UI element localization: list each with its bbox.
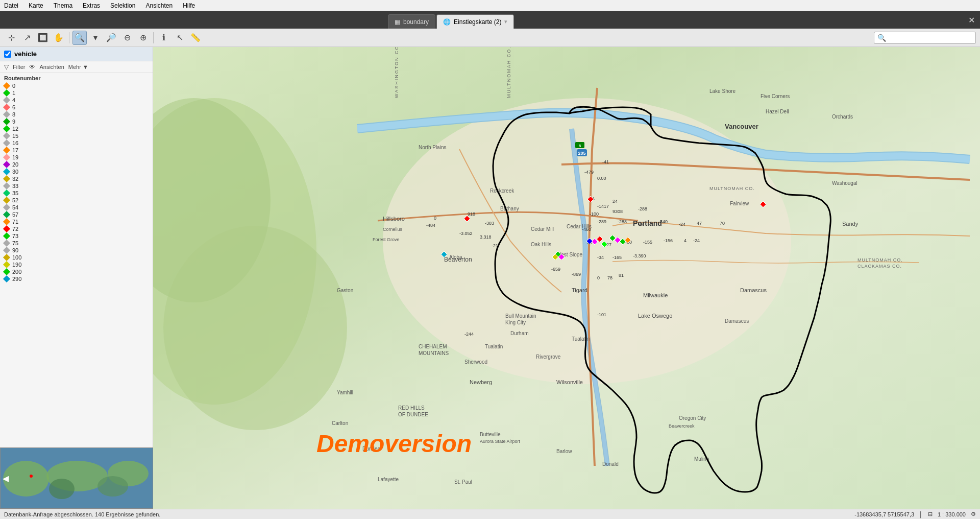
route-label-17: 17 [12,147,18,153]
svg-text:Donald: Donald [602,461,619,467]
svg-text:3,318: 3,318 [480,234,492,240]
svg-text:-34: -34 [597,255,604,260]
svg-text:Washougal: Washougal [832,180,857,186]
ansichten-icon: 👁 [29,63,35,70]
route-diamond-16 [3,139,10,147]
svg-text:5: 5 [579,144,581,148]
svg-text:Hillsboro: Hillsboro [383,216,405,222]
route-item-75[interactable]: 75 [0,240,153,247]
route-item-33[interactable]: 33 [0,182,153,190]
route-item-100[interactable]: 100 [0,254,153,261]
zoom-in-drop-button[interactable]: ▾ [88,31,103,45]
tab-close-icon[interactable]: ▾ [504,18,507,25]
settings-icon[interactable]: ⚙ [971,511,976,517]
route-item-290[interactable]: 290 [0,275,153,282]
route-item-19[interactable]: 19 [0,154,153,161]
zoom-out2-button[interactable]: ⊖ [120,31,134,45]
route-diamond-15 [3,132,10,139]
svg-text:Five Corners: Five Corners [761,93,790,99]
ansichten-label[interactable]: Ansichten [39,64,64,70]
route-diamond-1 [3,89,10,97]
route-item-0[interactable]: 0 [0,82,153,89]
menu-hilfe[interactable]: Hilfe [181,1,197,10]
select-arrow-button[interactable]: ↖ [173,31,187,45]
route-item-35[interactable]: 35 [0,190,153,197]
route-label-6: 6 [12,104,15,110]
svg-text:Tigard: Tigard [572,287,587,293]
map-area[interactable]: Portland Vancouver Beaverton Hillsboro T… [153,47,980,519]
main-content: vehicle ▽ Filter 👁 Ansichten Mehr ▼ Rout… [0,47,980,519]
svg-text:81: 81 [619,273,624,278]
identify-button[interactable]: 🔲 [36,31,50,45]
window-close-button[interactable]: ✕ [963,11,980,29]
zoom-out-button[interactable]: 🔎 [104,31,118,45]
route-item-17[interactable]: 17 [0,147,153,154]
svg-text:CHEHALEM: CHEHALEM [419,344,447,349]
mehr-label[interactable]: Mehr ▼ [68,64,88,70]
route-item-71[interactable]: 71 [0,218,153,225]
route-label-75: 75 [12,240,18,246]
route-item-1[interactable]: 1 [0,89,153,97]
info-button[interactable]: ℹ [157,31,171,45]
route-label-4: 4 [12,97,15,103]
route-item-72[interactable]: 72 [0,225,153,232]
route-item-52[interactable]: 52 [0,197,153,204]
search-input[interactable] [886,34,972,41]
route-diamond-35 [3,190,10,197]
menu-karte[interactable]: Karte [27,1,45,10]
route-item-200[interactable]: 200 [0,268,153,275]
filter-icon: ▽ [4,63,9,70]
menu-selektion[interactable]: Selektion [108,1,137,10]
measure-button[interactable]: 📏 [188,31,203,45]
svg-text:4: 4 [684,238,687,243]
menu-datei[interactable]: Datei [2,1,20,10]
tab-einstiegskarte[interactable]: 🌐 Einstiegskarte (2) ▾ [436,14,514,29]
route-item-20[interactable]: 20 [0,161,153,168]
menu-thema[interactable]: Thema [52,1,75,10]
route-diamond-54 [3,204,10,211]
route-item-8[interactable]: 8 [0,111,153,118]
svg-text:-484: -484 [426,223,435,228]
mini-map-arrow[interactable]: ◀ [3,474,9,483]
menu-ansichten[interactable]: Ansichten [143,1,175,10]
pan-button[interactable]: ↗ [20,31,34,45]
hand-button[interactable]: ✋ [52,31,66,45]
svg-text:-289: -289 [597,219,606,224]
tab-boundary[interactable]: ▦ boundary [388,14,435,29]
svg-text:Forest Grove: Forest Grove [373,237,400,242]
route-item-9[interactable]: 9 [0,118,153,125]
route-label-90: 90 [12,247,18,253]
route-item-32[interactable]: 32 [0,175,153,182]
route-item-90[interactable]: 90 [0,247,153,254]
route-item-57[interactable]: 57 [0,211,153,218]
svg-text:Mulino: Mulino [694,456,709,462]
svg-text:Damascus: Damascus [740,287,767,293]
layer-checkbox[interactable] [4,51,11,58]
route-item-30[interactable]: 30 [0,168,153,175]
svg-text:Vancouver: Vancouver [725,123,758,130]
zoom-in-button[interactable]: 🔍 [72,31,87,45]
svg-text:24: 24 [612,199,618,204]
route-item-16[interactable]: 16 [0,139,153,147]
svg-text:70: 70 [720,221,725,226]
route-item-54[interactable]: 54 [0,204,153,211]
filter-label[interactable]: Filter [13,64,25,70]
svg-text:MULTNOMAH CO.: MULTNOMAH CO. [857,257,903,263]
svg-text:-100: -100 [590,211,599,217]
route-diamond-9 [3,118,10,125]
svg-text:-340: -340 [658,219,668,224]
menu-extras[interactable]: Extras [81,1,102,10]
route-item-4[interactable]: 4 [0,97,153,104]
map-topo[interactable]: Portland Vancouver Beaverton Hillsboro T… [153,47,980,519]
svg-text:0: 0 [434,216,436,221]
route-item-73[interactable]: 73 [0,232,153,240]
route-diamond-73 [3,232,10,240]
route-item-190[interactable]: 190 [0,261,153,268]
route-item-15[interactable]: 15 [0,132,153,139]
svg-text:Portland: Portland [633,219,662,227]
select-pan-button[interactable]: ⊹ [4,31,18,45]
route-item-6[interactable]: 6 [0,104,153,111]
zoom-full-button[interactable]: ⊕ [136,31,150,45]
svg-point-10 [163,226,347,430]
route-item-12[interactable]: 12 [0,125,153,132]
